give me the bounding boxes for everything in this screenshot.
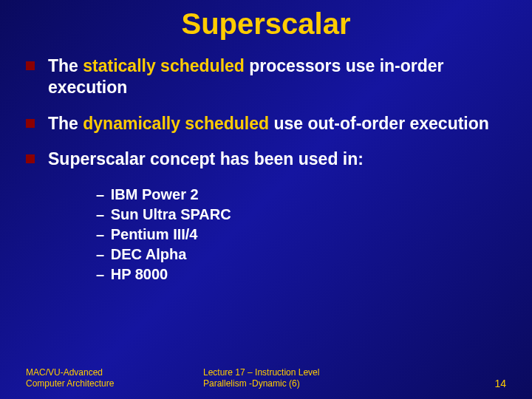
sub-item-5-text: HP 8000 (111, 266, 168, 282)
footer: MAC/VU-Advanced Computer Architecture Le… (0, 367, 532, 390)
dash-icon: – (96, 246, 104, 262)
sub-item-2-text: Sun Ultra SPARC (111, 206, 231, 222)
bullet-1: The statically scheduled processors use … (26, 55, 506, 98)
dash-icon: – (96, 206, 104, 222)
footer-center-line2: Parallelism -Dynamic (6) (203, 378, 469, 390)
slide-content: The statically scheduled processors use … (0, 55, 532, 284)
footer-left-line2: Computer Architecture (26, 378, 174, 390)
sub-item-4-text: DEC Alpha (111, 246, 187, 262)
sub-item-4: – DEC Alpha (96, 245, 506, 265)
footer-left-line1: MAC/VU-Advanced (26, 367, 174, 379)
bullet-2: The dynamically scheduled use out-of-ord… (26, 113, 506, 134)
footer-center-line1: Lecture 17 – Instruction Level (203, 367, 469, 379)
sub-item-3: – Pentium III/4 (96, 225, 506, 245)
bullet-3-pre: Superscalar concept has been used in: (48, 149, 364, 168)
square-bullet-icon (26, 61, 35, 70)
sub-item-5: – HP 8000 (96, 265, 506, 284)
square-bullet-icon (26, 154, 35, 163)
sub-item-2: – Sun Ultra SPARC (96, 205, 506, 225)
footer-left: MAC/VU-Advanced Computer Architecture (26, 367, 174, 390)
bullet-2-post: use out-of-order execution (269, 114, 489, 133)
sub-list: – IBM Power 2 – Sun Ultra SPARC – Pentiu… (96, 185, 506, 284)
bullet-1-highlight: statically scheduled (83, 56, 245, 75)
sub-item-1-text: IBM Power 2 (111, 186, 199, 202)
bullet-2-pre: The (48, 114, 83, 133)
sub-item-1: – IBM Power 2 (96, 185, 506, 205)
square-bullet-icon (26, 119, 35, 128)
dash-icon: – (96, 266, 104, 282)
bullet-2-highlight: dynamically scheduled (83, 114, 269, 133)
dash-icon: – (96, 226, 104, 242)
slide-title: Superscalar (0, 0, 532, 55)
page-number: 14 (469, 377, 506, 390)
dash-icon: – (96, 186, 104, 202)
sub-item-3-text: Pentium III/4 (111, 226, 198, 242)
bullet-3: Superscalar concept has been used in: (26, 149, 506, 170)
bullet-1-pre: The (48, 56, 83, 75)
footer-center: Lecture 17 – Instruction Level Paralleli… (174, 367, 469, 390)
